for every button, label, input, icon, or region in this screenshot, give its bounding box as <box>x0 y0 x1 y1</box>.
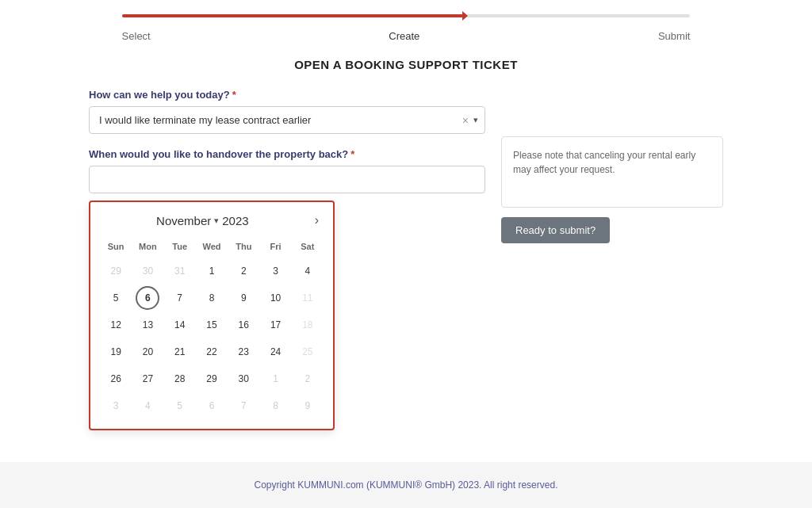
footer: Copyright KUMMUNI.com (KUMMUNI® GmbH) 20… <box>0 462 812 508</box>
date-input-wrapper: November ▾ 2023 › Sun Mon Tue Wed <box>89 166 485 193</box>
cal-date-0-3[interactable]: 1 <box>200 259 224 283</box>
cal-date-4-2[interactable]: 28 <box>168 367 192 391</box>
clear-icon[interactable]: × <box>462 114 469 127</box>
cal-date-5-1: 4 <box>136 394 159 418</box>
day-wed: Wed <box>196 239 228 254</box>
handover-label: When would you like to handover the prop… <box>89 148 485 160</box>
cal-date-5-5: 8 <box>264 394 288 418</box>
cal-date-2-3[interactable]: 15 <box>200 313 224 337</box>
cal-date-5-4: 7 <box>232 394 255 418</box>
cal-date-4-3[interactable]: 29 <box>200 367 224 391</box>
step-submit[interactable]: Submit <box>658 30 690 42</box>
cal-date-5-0: 3 <box>104 394 128 418</box>
required-star-1: * <box>232 89 236 101</box>
cal-date-4-4[interactable]: 30 <box>232 367 255 391</box>
submit-button[interactable]: Ready to submit? <box>501 217 610 243</box>
calendar-month-chevron[interactable]: ▾ <box>214 216 219 226</box>
handover-label-text: When would you like to handover the prop… <box>89 148 348 160</box>
calendar-popup: November ▾ 2023 › Sun Mon Tue Wed <box>89 201 335 430</box>
cal-date-0-4[interactable]: 2 <box>232 259 255 283</box>
cal-date-1-6: 11 <box>296 286 320 310</box>
cal-date-1-0[interactable]: 5 <box>104 286 128 310</box>
cal-date-3-6: 25 <box>296 340 320 364</box>
help-label-text: How can we help you today? <box>89 89 230 101</box>
calendar-year: 2023 <box>222 214 248 227</box>
cal-date-1-4[interactable]: 9 <box>232 286 255 310</box>
cal-date-5-6: 9 <box>296 394 320 418</box>
calendar-dates: 2930311234567891011121314151617181920212… <box>100 258 324 419</box>
day-thu: Thu <box>228 239 259 254</box>
form-wrapper: How can we help you today? * I would lik… <box>89 89 723 243</box>
cal-date-2-1[interactable]: 13 <box>136 313 159 337</box>
day-sat: Sat <box>292 239 324 254</box>
step-create[interactable]: Create <box>389 30 419 42</box>
cal-date-5-2: 5 <box>168 394 192 418</box>
cal-date-2-5[interactable]: 17 <box>264 313 288 337</box>
form-left: How can we help you today? * I would lik… <box>89 89 485 243</box>
progress-steps: Select Create Submit <box>122 30 691 42</box>
day-fri: Fri <box>259 239 291 254</box>
calendar-month-year: November ▾ 2023 <box>156 214 249 227</box>
cal-date-3-4[interactable]: 23 <box>232 340 255 364</box>
chevron-down-icon: ▾ <box>473 115 478 125</box>
help-select-field[interactable]: I would like terminate my lease contract… <box>89 106 485 134</box>
cal-date-0-5[interactable]: 3 <box>264 259 288 283</box>
cal-date-3-5[interactable]: 24 <box>264 340 288 364</box>
cal-date-4-5: 1 <box>264 367 288 391</box>
calendar-header: November ▾ 2023 › <box>100 212 324 229</box>
cal-date-2-0[interactable]: 12 <box>104 313 128 337</box>
select-icons: × ▾ <box>462 114 478 127</box>
cal-date-4-6: 2 <box>296 367 320 391</box>
cal-date-2-2[interactable]: 14 <box>168 313 192 337</box>
required-star-2: * <box>350 148 354 160</box>
cal-date-3-1[interactable]: 20 <box>136 340 159 364</box>
cal-date-1-3[interactable]: 8 <box>200 286 224 310</box>
progress-bar-fill <box>122 14 463 17</box>
cal-date-3-3[interactable]: 22 <box>200 340 224 364</box>
help-label: How can we help you today? * <box>89 89 485 101</box>
calendar-next-btn[interactable]: › <box>310 212 324 229</box>
cal-date-0-6[interactable]: 4 <box>296 259 320 283</box>
page-title: OPEN A BOOKING SUPPORT TICKET <box>294 58 518 71</box>
cal-date-3-0[interactable]: 19 <box>104 340 128 364</box>
cal-date-3-2[interactable]: 21 <box>168 340 192 364</box>
select-wrapper: I would like terminate my lease contract… <box>89 106 485 134</box>
form-right: Please note that canceling your rental e… <box>501 89 723 243</box>
calendar-month: November <box>156 214 211 227</box>
progress-bar-container <box>122 14 691 17</box>
cal-date-0-1: 30 <box>136 259 159 283</box>
cal-date-0-2: 31 <box>168 259 192 283</box>
cal-date-5-3: 6 <box>200 394 224 418</box>
day-mon: Mon <box>132 239 163 254</box>
cal-date-1-1[interactable]: 6 <box>136 286 159 310</box>
select-value: I would like terminate my lease contract… <box>99 114 311 126</box>
main-content: OPEN A BOOKING SUPPORT TICKET How can we… <box>0 42 812 462</box>
cal-date-4-1[interactable]: 27 <box>136 367 159 391</box>
cal-date-2-4[interactable]: 16 <box>232 313 255 337</box>
calendar-days-header: Sun Mon Tue Wed Thu Fri Sat <box>100 239 324 254</box>
info-text: Please note that canceling your rental e… <box>513 150 695 175</box>
cal-date-0-0: 29 <box>104 259 128 283</box>
cal-date-2-6: 18 <box>296 313 320 337</box>
info-box: Please note that canceling your rental e… <box>501 136 723 208</box>
cal-date-1-2[interactable]: 7 <box>168 286 192 310</box>
day-sun: Sun <box>100 239 132 254</box>
calendar-grid: Sun Mon Tue Wed Thu Fri Sat 293031123456… <box>100 239 324 419</box>
cal-date-1-5[interactable]: 10 <box>264 286 288 310</box>
step-select[interactable]: Select <box>122 30 151 42</box>
date-input[interactable] <box>89 166 485 193</box>
day-tue: Tue <box>164 239 196 254</box>
cal-date-4-0[interactable]: 26 <box>104 367 128 391</box>
footer-text: Copyright KUMMUNI.com (KUMMUNI® GmbH) 20… <box>255 479 558 491</box>
progress-area: Select Create Submit <box>0 0 812 42</box>
